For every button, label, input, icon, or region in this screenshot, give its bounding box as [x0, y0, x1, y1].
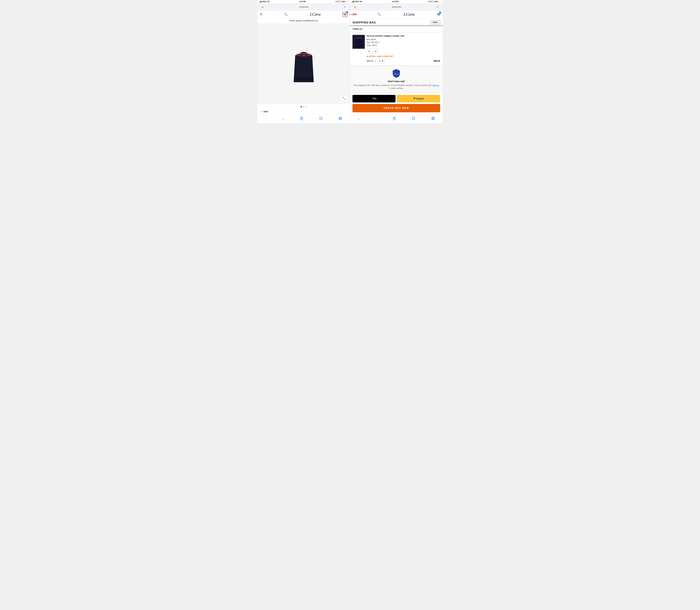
shopping-bag: SHOPPING BAG PRINT ITEMS (1) — [350, 18, 443, 114]
item-name: PETITE DRAPEY EMBELLISHED TOP — [367, 35, 440, 37]
url-left: jcrew.com — [300, 6, 309, 8]
svg-point-17 — [303, 54, 304, 55]
url-right: jcrew.com — [392, 6, 401, 8]
svg-point-39 — [359, 38, 359, 38]
bookmarks-btn-right[interactable] — [411, 116, 416, 122]
product-title-left: Petite drapey embellished top — [257, 18, 350, 23]
svg-line-31 — [344, 99, 345, 100]
svg-point-4 — [300, 53, 301, 54]
status-right-right: ⬡ 15% ⚡ — [428, 1, 441, 3]
dot-1[interactable] — [301, 106, 302, 107]
cart-annotated[interactable]: 🛍 1 — [343, 12, 347, 17]
address-bar-right[interactable]: 🔒 jcrew.com ↻ — [352, 5, 440, 9]
svg-point-11 — [308, 53, 309, 54]
menu-icon-left[interactable]: ☰ — [260, 13, 262, 16]
item-details: PETITE DRAPEY EMBELLISHED TOP Item J8140… — [367, 35, 440, 63]
share-btn-left[interactable] — [299, 116, 304, 122]
svg-point-8 — [304, 53, 305, 54]
print-btn[interactable]: PRINT — [431, 21, 440, 25]
checkout-btn[interactable]: CHECK OUT NOW — [352, 104, 440, 112]
charging-icon-left: ⚡ — [346, 1, 348, 3]
signal-icon — [259, 1, 261, 2]
reload-btn-left[interactable]: ↻ — [344, 5, 346, 8]
dot-2[interactable] — [303, 106, 304, 107]
status-bar-left: AT&T 4G 3:47 PM ⬡ 15% ⚡ — [257, 0, 350, 3]
svg-rect-48 — [432, 117, 434, 119]
svg-point-12 — [309, 54, 311, 55]
bluetooth-icon-right: ⬡ — [428, 1, 430, 3]
tabs-btn-right[interactable] — [430, 116, 436, 121]
svg-rect-28 — [303, 55, 305, 56]
forward-btn-left[interactable]: › — [282, 116, 285, 122]
battery-right — [430, 1, 434, 2]
svg-text:Crew: Crew — [396, 73, 399, 75]
bottom-toolbar-right: ‹ › — [350, 114, 443, 123]
bottom-toolbar-left: ‹ › — [257, 114, 350, 123]
logo-right[interactable]: J.Crew — [403, 12, 414, 17]
address-bar-left[interactable]: 🔒 jcrew.com ↻ — [260, 5, 347, 9]
svg-point-10 — [307, 53, 308, 54]
status-bar-right: AT&T 4G 3:47 PM ⬡ 15% ⚡ — [350, 0, 443, 3]
svg-rect-34 — [339, 117, 341, 119]
annotation-arrow — [349, 14, 356, 15]
reload-btn-right[interactable]: ↻ — [436, 5, 439, 8]
battery-pct-left: 15% — [342, 1, 345, 2]
carrier-right: AT&T — [355, 1, 359, 2]
items-count: ITEMS (1) — [350, 26, 443, 32]
svg-rect-43 — [355, 46, 362, 47]
item-actions: ✏ ✕ — [367, 49, 440, 54]
stock-warning: - ONLY A FEW LEFT — [376, 55, 394, 58]
svg-line-29 — [343, 97, 344, 98]
network-right: 4G — [360, 1, 362, 2]
back-btn-right[interactable]: ‹ — [357, 116, 361, 122]
stock-status: IN STOCK - ONLY A FEW LEFT — [367, 55, 440, 58]
cart-badge-right: 1 — [439, 12, 441, 14]
rewards-section: J. Crew Don't miss out! Free shipping (2… — [350, 66, 443, 93]
edit-btn[interactable]: ✏ — [367, 49, 372, 54]
svg-rect-27 — [294, 77, 314, 81]
remove-btn[interactable]: ✕ — [373, 49, 378, 54]
share-btn-right[interactable] — [392, 116, 397, 122]
svg-point-3 — [298, 53, 299, 54]
svg-point-42 — [361, 38, 362, 39]
battery-left — [337, 1, 341, 2]
rewards-link[interactable]: Sign up — [432, 84, 439, 86]
rewards-title: Don't miss out! — [352, 80, 440, 82]
jcrew-shield: J. Crew — [393, 69, 400, 78]
item-thumbnail — [352, 35, 365, 49]
tabs-btn-left[interactable] — [337, 116, 343, 121]
bookmarks-btn-left[interactable] — [318, 116, 324, 122]
expand-btn[interactable] — [340, 95, 347, 102]
apple-pay-btn[interactable]: Pay — [352, 95, 396, 102]
price-row: $98.00 x 1 ▼ $98.00 — [367, 59, 440, 63]
cart-wrapper-right[interactable]: 🛍 1 — [437, 13, 440, 16]
item-total: $98.00 — [433, 60, 440, 62]
search-icon-right[interactable]: 🔍 — [378, 13, 381, 16]
svg-point-9 — [306, 53, 307, 54]
logo-left[interactable]: J.Crew — [309, 12, 321, 17]
paypal-btn[interactable]: P PayPal — [397, 95, 440, 102]
forward-btn-right[interactable]: › — [374, 116, 378, 122]
item-meta: Item J8140 Size: PETITE 4 Color: NAVY — [367, 38, 440, 47]
back-btn-left[interactable]: ‹ — [264, 116, 268, 122]
svg-point-14 — [299, 54, 300, 55]
item-size: Size: PETITE 4 — [367, 41, 440, 44]
price-x: x — [375, 60, 376, 62]
search-icon-left[interactable]: 🔍 — [284, 13, 287, 16]
svg-point-19 — [306, 54, 307, 55]
item-number: Item J8140 — [367, 38, 440, 41]
item-price: $98.00 — [367, 60, 373, 62]
dot-3[interactable] — [305, 106, 307, 107]
bag-header: SHOPPING BAG PRINT — [350, 18, 443, 26]
quantity-select[interactable]: 1 ▼ — [378, 59, 385, 63]
cart-item: PETITE DRAPEY EMBELLISHED TOP Item J8140… — [350, 32, 443, 66]
item-color: Color: NAVY — [367, 44, 440, 47]
svg-point-37 — [357, 38, 357, 38]
time-left: 3:47 PM — [299, 1, 306, 2]
in-stock-text: IN STOCK — [367, 55, 376, 58]
payment-row: Pay P PayPal — [352, 95, 440, 102]
svg-point-40 — [359, 38, 360, 38]
nav-header-right: ☰ 🔍 J.Crew 🛍 1 — [350, 11, 443, 18]
status-left: AT&T 4G — [259, 1, 269, 2]
product-image-left — [257, 23, 350, 104]
